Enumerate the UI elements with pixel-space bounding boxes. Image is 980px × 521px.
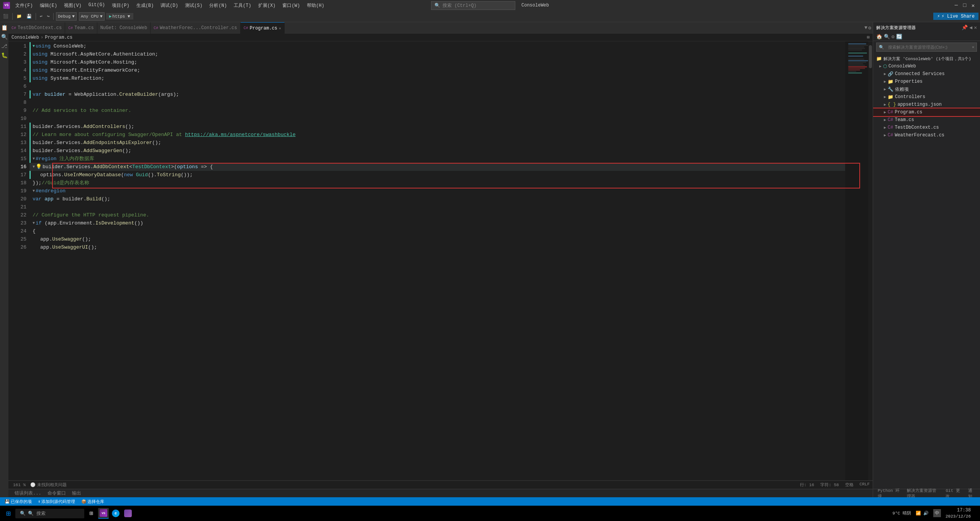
lightbulb-icon[interactable]: 💡 [36,163,42,171]
collapse-15[interactable]: ▼ [33,155,35,163]
minimize-button[interactable]: ─ [952,2,960,9]
taskbar-edge-icon[interactable]: e [110,508,121,519]
editor-footer: 161 % ⚪ 未找到相关问题 行: 16 字符: 58 空格 CRLF [8,480,873,489]
menu-project[interactable]: 项目(P) [109,2,133,10]
network-icon[interactable]: 📶 [916,511,921,516]
toolbar-redo[interactable]: ↪ [46,13,51,20]
taskbar-vs-icon[interactable]: VS [98,508,109,519]
sidebar-tab-notifications[interactable]: 通知 [965,489,978,498]
input-method-indicator[interactable]: 中 [933,509,941,517]
cpu-dropdown[interactable]: Any CPU ▼ [79,12,105,21]
menu-test[interactable]: 测试(S) [182,2,206,10]
activity-debug[interactable]: 🐛 [0,51,8,59]
menu-git[interactable]: Git(G) [85,2,108,10]
tree-connected-services[interactable]: ▶ 🔗 Connected Services [873,70,980,78]
menu-edit[interactable]: 编辑(E) [37,2,61,10]
code-line-22: // Configure the HTTP request pipeline. [29,211,868,219]
debug-config-dropdown[interactable]: Debug ▼ [56,12,77,21]
tree-program[interactable]: ▶ C# Program.cs [873,108,980,116]
toolbar-save[interactable]: 💾 [25,13,33,20]
collapse-19[interactable]: ▼ [33,187,35,195]
breadcrumb-file[interactable]: Program.cs [45,35,72,40]
sidebar-bottom-tabs: Python 环境 解决方案资源管理器 Git 更改 通知 [873,489,980,497]
se-refresh-icon[interactable]: 🔄 [896,34,902,40]
sidebar-pin-icon[interactable]: 📌 [962,25,968,31]
activity-search[interactable]: 🔍 [0,33,8,41]
tree-controllers[interactable]: ▶ 📁 Controllers [873,93,980,101]
tree-weatherforecast[interactable]: ▶ C# WeatherForecast.cs [873,131,980,139]
collapse-23[interactable]: ▼ [33,219,35,227]
tree-consoleweb[interactable]: ▶ ⬡ ConsoleWeb [873,62,980,70]
zoom-level[interactable]: 161 % [11,483,27,487]
collapse-1[interactable]: ▼ [33,42,35,50]
menu-file[interactable]: 文件(F) [12,2,36,10]
sidebar-search-input[interactable] [886,44,970,51]
activity-git[interactable]: ⎇ [0,42,8,50]
sidebar-close-icon[interactable]: ✕ [974,25,977,31]
line-num-21: 21 [8,203,26,211]
tree-solution[interactable]: 📁 解决方案 'ConsoleWeb' (1个项目，共1个) [873,55,980,62]
menu-build[interactable]: 生成(B) [133,2,157,10]
live-share-button[interactable]: ⚡ ⚡ Live Share [933,13,978,20]
tree-team[interactable]: ▶ C# Team.cs [873,116,980,124]
sidebar-tab-python[interactable]: Python 环境 [875,489,903,498]
taskbar-apps-button[interactable]: ⊞ [86,508,97,519]
tree-deps[interactable]: ▶ 🔧 依赖项 [873,85,980,93]
menu-help[interactable]: 帮助(H) [304,2,328,10]
breadcrumb-project[interactable]: ConsoleWeb [11,35,39,40]
controllers-arrow: ▶ [884,95,886,99]
scrollbar-thumb[interactable] [869,45,872,68]
close-button[interactable]: ✕ [969,2,977,9]
menu-tools[interactable]: 工具(T) [231,2,254,10]
sound-icon[interactable]: 🔊 [923,511,929,516]
sidebar-search-clear[interactable]: ✕ [972,45,974,49]
add-source-icon: ⬆ [38,499,41,504]
solution-search-container: 🔍 ✕ [873,41,980,53]
se-filter-icon[interactable]: 🔍 [884,34,890,40]
tab-error-list[interactable]: 错误列表... [11,489,44,498]
tab-testdbcontext[interactable]: C# TestDbContext.cs [8,22,65,34]
toolbar-undo[interactable]: ↩ [38,13,44,20]
se-home-icon[interactable]: 🏠 [876,34,882,40]
status-saved[interactable]: 💾 已保存的项 [3,499,33,505]
tab-command[interactable]: 命令窗口 [44,489,69,498]
maximize-button[interactable]: □ [961,2,969,9]
menu-ext[interactable]: 扩展(X) [255,2,279,10]
tab-more-button[interactable]: ▼ [864,25,867,31]
menu-window[interactable]: 窗口(W) [279,2,303,10]
start-button[interactable]: ⊞ [3,508,14,519]
tab-output[interactable]: 输出 [69,489,84,498]
tab-settings-button[interactable]: ⚙ [868,25,871,31]
code-line-11: builder.Services.AddControllers(); [29,123,868,131]
toolbar-new[interactable]: ⬛ [2,13,10,20]
activity-explorer[interactable]: 📋 [0,24,8,31]
tree-properties[interactable]: ▶ 📁 Properties [873,78,980,85]
tab-program[interactable]: C# Program.cs ✕ [241,22,285,34]
se-settings-icon[interactable]: ⚙ [892,34,895,40]
code-line-19: ▼ #endregion [29,187,868,195]
sidebar-arrow-icon[interactable]: ◀ [969,25,972,31]
tab-close-program[interactable]: ✕ [279,26,281,31]
taskbar-app-icon[interactable] [123,508,133,519]
code-line-3: using Microsoft.AspNetCore.Hosting; [29,58,868,66]
split-editor-icon[interactable]: ⊞ [867,34,870,40]
sidebar-tab-git[interactable]: Git 更改 [942,489,964,498]
system-clock[interactable]: 17:38 2023/12/26 [946,508,971,519]
collapse-16[interactable]: ▼ [33,163,35,171]
tab-team[interactable]: C# Team.cs [65,22,97,34]
run-button[interactable]: ▶ https ▼ [106,13,133,20]
menu-analyze[interactable]: 分析(N) [206,2,230,10]
tree-testdbcontext[interactable]: ▶ C# TestDbContext.cs [873,124,980,131]
status-add-source[interactable]: ⬆ 添加到源代码管理 [36,499,77,505]
toolbar-open[interactable]: 📁 [15,13,23,20]
sidebar-tab-solution[interactable]: 解决方案资源管理器 [904,489,942,498]
menu-view[interactable]: 视图(V) [61,2,85,10]
tab-weather[interactable]: C# WeatherForec...Controller.cs [151,22,241,34]
tab-nuget[interactable]: NuGet: ConsoleWeb [97,22,151,34]
vertical-scrollbar[interactable] [868,41,873,480]
status-select-repo[interactable]: 📦 选择仓库 [80,499,106,505]
menu-debug[interactable]: 调试(D) [157,2,181,10]
tree-appsettings[interactable]: ▶ { } appsettings.json [873,101,980,108]
taskbar-search[interactable]: 🔍 🔍 搜索 [15,509,84,518]
code-content[interactable]: ▼ using ConsoleWeb; using Microsoft.AspN… [29,41,868,480]
